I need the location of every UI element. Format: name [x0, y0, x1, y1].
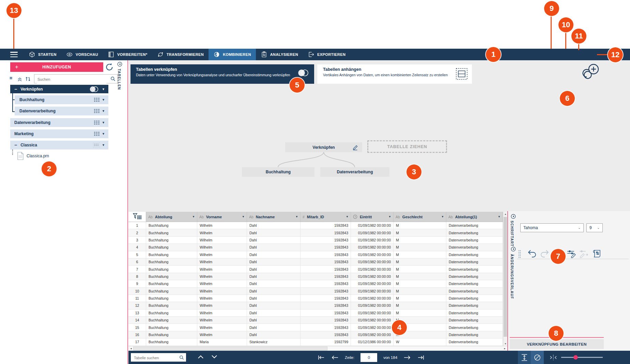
- font-size-select[interactable]: 9 ⌄: [586, 223, 603, 232]
- table-row[interactable]: 6BuchhaltungWilhelmDahl159284301/09/1982…: [128, 258, 503, 266]
- chevron-down-icon[interactable]: ▼: [102, 88, 105, 91]
- diagram-table-datenverarbeitung[interactable]: Datenverarbeitung: [320, 167, 389, 177]
- drag-table-dropzone[interactable]: TABELLE ZIEHEN: [367, 140, 447, 153]
- table-row[interactable]: 15BuchhaltungWilhelmDahl159284301/09/198…: [128, 324, 503, 331]
- column-header-eintritt[interactable]: Eintritt▼: [351, 212, 394, 222]
- no-fill-button[interactable]: [531, 351, 544, 364]
- table-search-input[interactable]: [133, 354, 177, 361]
- chevron-down-icon[interactable]: ▼: [192, 215, 195, 218]
- horizontal-scrollbar[interactable]: ◄ ►: [128, 346, 507, 351]
- group-view-icon[interactable]: [10, 77, 15, 82]
- last-row-icon[interactable]: [417, 355, 425, 360]
- chevron-down-icon[interactable]: ▼: [242, 215, 245, 218]
- column-header-abteilung1[interactable]: AbAbteilung(1)▼: [446, 212, 503, 222]
- tree-item-datenverarbeitung-child[interactable]: Datenverarbeitung ▼: [15, 107, 108, 115]
- row-number-input[interactable]: [360, 353, 377, 362]
- search-next-icon[interactable]: [211, 355, 217, 360]
- table-row[interactable]: 4BuchhaltungWilhelmDahl159284301/09/1982…: [128, 244, 503, 251]
- prev-row-icon[interactable]: [331, 355, 339, 360]
- chevron-down-icon[interactable]: ▼: [498, 215, 501, 218]
- chevron-down-icon[interactable]: ▼: [102, 98, 105, 101]
- join-node[interactable]: Verknüpfen: [285, 142, 362, 152]
- drag-grip-icon[interactable]: [518, 250, 521, 258]
- column-header-geschlecht[interactable]: AbGeschlecht▼: [394, 212, 446, 222]
- scrollbar-thumb[interactable]: [504, 217, 507, 337]
- tree-group-verknuepfen[interactable]: − Verknüpfen ▼: [10, 85, 108, 93]
- collapse-minus-icon[interactable]: −: [14, 142, 17, 148]
- table-row[interactable]: 14BuchhaltungWilhelmDahl159284301/09/198…: [128, 317, 503, 324]
- sidebar-search-input[interactable]: [37, 75, 106, 83]
- edit-changes-icon[interactable]: [567, 249, 576, 258]
- tab-vorschau[interactable]: VORSCHAU: [61, 49, 103, 60]
- diagram-table-buchhaltung[interactable]: Buchhaltung: [242, 167, 314, 177]
- chevron-down-icon[interactable]: ▼: [441, 215, 444, 218]
- tree-item-marketing[interactable]: Marketing ▼: [10, 129, 108, 138]
- collapse-panel-icon[interactable]: [117, 62, 123, 67]
- collapse-minus-icon[interactable]: −: [14, 86, 17, 92]
- scroll-right-icon[interactable]: ►: [503, 346, 507, 351]
- scrollbar-thumb[interactable]: [133, 347, 327, 350]
- chevron-down-icon[interactable]: ▼: [346, 215, 349, 218]
- table-cell: M: [394, 251, 446, 258]
- chevron-down-icon[interactable]: ▼: [102, 132, 105, 136]
- table-row[interactable]: 17BuchhaltungMariaStankowicz159279901/12…: [128, 338, 503, 346]
- vertical-scrollbar[interactable]: ▲ ▼: [503, 212, 507, 346]
- column-header-abteilung[interactable]: AbAbteilung▼: [146, 212, 197, 222]
- add-table-button[interactable]: + HINZUFUGEN: [10, 62, 103, 72]
- chevron-down-icon[interactable]: ▼: [102, 121, 105, 124]
- column-header-mitarb-id[interactable]: #Mitarb_ID▼: [301, 212, 351, 222]
- tab-transformieren[interactable]: TRANSFORMIEREN: [152, 49, 209, 60]
- font-family-select[interactable]: Tahoma ⌄: [520, 223, 584, 232]
- table-row[interactable]: 13BuchhaltungWilhelmDahl159284301/09/198…: [128, 310, 503, 317]
- tables-side-tab[interactable]: TABELLEN: [117, 62, 123, 90]
- tree-item-buchhaltung[interactable]: Buchhaltung ▼: [15, 95, 108, 104]
- hamburger-menu-icon[interactable]: [10, 52, 18, 57]
- table-row[interactable]: 7BuchhaltungWilhelmDahl159284301/09/1982…: [128, 266, 503, 273]
- fit-row-height-button[interactable]: [518, 351, 531, 364]
- apply-changes-icon[interactable]: [579, 249, 588, 258]
- zoom-slider[interactable]: [561, 357, 603, 358]
- chevron-down-icon[interactable]: ▼: [102, 109, 105, 113]
- table-row[interactable]: 11BuchhaltungWilhelmDahl159284301/09/198…: [128, 295, 503, 302]
- edit-pencil-icon[interactable]: [352, 144, 358, 151]
- table-cell: 01/09/1982 00:00:00: [351, 310, 394, 316]
- table-row[interactable]: 2BuchhaltungWilhelmDahl159284301/09/1982…: [128, 229, 503, 236]
- first-row-icon[interactable]: [318, 355, 325, 360]
- zoom-slider-handle[interactable]: [573, 355, 578, 360]
- table-cell: 01/09/1982 00:00:00: [351, 229, 394, 236]
- chevron-down-icon[interactable]: ▼: [295, 215, 298, 218]
- collapse-section-icon[interactable]: [511, 247, 516, 252]
- next-row-icon[interactable]: [403, 355, 411, 360]
- table-row[interactable]: 16BuchhaltungWilhelmDahl159284301/09/198…: [128, 331, 503, 338]
- tree-file-classica-prn[interactable]: Classica.prn: [17, 152, 49, 160]
- tree-item-datenverarbeitung[interactable]: Datenverarbeitung ▼: [10, 118, 108, 127]
- sort-icon[interactable]: [25, 76, 32, 82]
- column-header-vorname[interactable]: AbVorname▼: [197, 212, 247, 222]
- redo-icon[interactable]: [540, 249, 550, 258]
- tab-analysieren[interactable]: ANALYSIEREN: [256, 49, 303, 60]
- refresh-icon[interactable]: [105, 62, 114, 72]
- scroll-left-icon[interactable]: ◄: [129, 346, 133, 351]
- undo-icon[interactable]: [527, 249, 537, 258]
- collapse-all-icon[interactable]: [17, 76, 22, 82]
- chevron-down-icon[interactable]: ▼: [102, 143, 105, 147]
- table-row[interactable]: 8BuchhaltungWilhelmDahl159284301/09/1982…: [128, 273, 503, 280]
- collapse-section-icon[interactable]: [511, 214, 516, 219]
- table-row[interactable]: 12BuchhaltungWilhelmDahl159284301/09/198…: [128, 302, 503, 309]
- table-row[interactable]: 10BuchhaltungWilhelmDahl159284301/09/198…: [128, 288, 503, 295]
- table-row[interactable]: 5BuchhaltungWilhelmDahl159284301/09/1982…: [128, 251, 503, 258]
- table-row[interactable]: 3BuchhaltungWilhelmDahl159284301/09/1982…: [128, 237, 503, 244]
- table-row[interactable]: 1BuchhaltungWilhelmDahl159284301/09/1982…: [128, 222, 503, 229]
- tab-starten[interactable]: STARTEN: [24, 49, 61, 60]
- collapse-columns-icon[interactable]: [547, 351, 560, 364]
- change-history-list-icon[interactable]: [592, 249, 601, 258]
- chevron-down-icon[interactable]: ▼: [388, 215, 391, 218]
- tree-group-classica[interactable]: − Classica ▼: [10, 141, 108, 149]
- search-prev-icon[interactable]: [198, 355, 204, 360]
- tab-exportieren[interactable]: EXPORTIEREN: [303, 49, 350, 60]
- tab-kombinieren[interactable]: KOMBINIEREN: [209, 49, 256, 60]
- filter-table-icon[interactable]: [128, 212, 146, 222]
- tab-vorbereiten[interactable]: VORBEREITEN*: [103, 49, 152, 60]
- table-row[interactable]: 9BuchhaltungWilhelmDahl159284301/09/1982…: [128, 280, 503, 287]
- column-header-nachname[interactable]: AbNachname▼: [247, 212, 301, 222]
